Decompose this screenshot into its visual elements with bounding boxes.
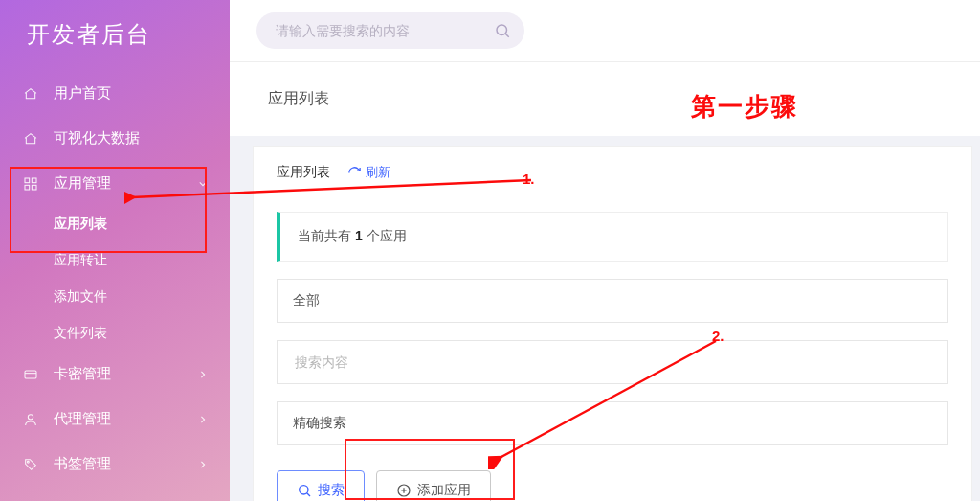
chevron-right-icon [199,416,207,423]
sidebar-item-app-list[interactable]: 应用列表 [0,206,230,242]
brand-title: 开发者后台 [0,0,230,71]
sidebar-item-card-manage[interactable]: 卡密管理 [0,352,230,397]
sidebar-item-app-manage[interactable]: 应用管理 [0,161,230,206]
main-card: 应用列表 刷新 当前共有 1 个应用 全部 精确搜索 搜索 添加应用 [253,146,972,501]
svg-rect-0 [25,178,30,183]
sidebar-item-label: 应用列表 [54,216,107,231]
home-icon [23,131,38,147]
match-mode-value: 精确搜索 [293,415,346,432]
top-bar [230,0,980,61]
svg-rect-4 [25,371,36,378]
filter-value: 全部 [293,292,320,309]
svg-point-5 [28,414,33,419]
plus-circle-icon [396,483,412,498]
sidebar-item-add-file[interactable]: 添加文件 [0,279,230,315]
grid-icon [23,176,38,192]
chevron-right-icon [199,371,207,378]
refresh-icon [347,166,362,180]
sidebar-item-label: 代理管理 [54,410,111,428]
card-icon [23,367,38,382]
svg-rect-3 [32,185,36,190]
alert-text-prefix: 当前共有 [298,228,355,243]
search-field[interactable] [277,340,948,384]
chevron-right-icon [199,461,207,468]
sidebar-item-user-home[interactable]: 用户首页 [0,71,230,116]
add-app-button-label: 添加应用 [417,482,471,499]
search-button-label: 搜索 [318,482,345,499]
search-input[interactable] [293,353,932,371]
alert-text-suffix: 个应用 [363,228,407,243]
filter-select[interactable]: 全部 [277,279,948,323]
page-title: 应用列表 [268,89,329,109]
search-icon [494,22,511,39]
page-header: 应用列表 [230,61,980,136]
alert-count: 1 [355,228,363,243]
app-count-alert: 当前共有 1 个应用 [277,212,948,262]
home-icon [23,86,38,102]
svg-point-6 [27,461,29,463]
sidebar-item-label: 应用管理 [54,174,111,193]
sidebar-item-bookmark-manage[interactable]: 书签管理 [0,442,230,487]
global-search[interactable] [256,12,524,49]
svg-rect-1 [32,178,36,183]
search-button[interactable]: 搜索 [277,470,365,501]
search-icon [297,483,312,498]
add-app-button[interactable]: 添加应用 [376,470,491,501]
sidebar-item-label: 用户首页 [54,84,111,102]
sidebar-item-agent-manage[interactable]: 代理管理 [0,397,230,442]
global-search-input[interactable] [274,22,494,39]
svg-point-8 [300,486,308,494]
sidebar-item-label: 文件列表 [54,325,107,340]
sidebar-item-file-list[interactable]: 文件列表 [0,315,230,352]
card-title: 应用列表 [277,164,330,181]
refresh-label: 刷新 [366,164,390,181]
sidebar: 开发者后台 用户首页 可视化大数据 应用管理 应用列表 应用转让 添加文件 文件… [0,0,230,501]
svg-point-7 [497,25,507,35]
chevron-down-icon [199,180,207,188]
user-icon [23,412,38,427]
match-mode-select[interactable]: 精确搜索 [277,401,948,445]
tag-icon [23,457,38,472]
sidebar-item-label: 卡密管理 [54,365,111,383]
sidebar-item-label: 添加文件 [54,288,107,304]
sidebar-item-label: 可视化大数据 [54,129,140,148]
card-header: 应用列表 刷新 [277,164,948,181]
svg-rect-2 [25,185,30,190]
sidebar-item-label: 书签管理 [54,455,111,473]
sidebar-item-visualization[interactable]: 可视化大数据 [0,116,230,161]
sidebar-item-app-transfer[interactable]: 应用转让 [0,242,230,279]
sidebar-item-label: 应用转让 [54,252,107,267]
refresh-button[interactable]: 刷新 [347,164,390,181]
button-row: 搜索 添加应用 [277,470,948,501]
